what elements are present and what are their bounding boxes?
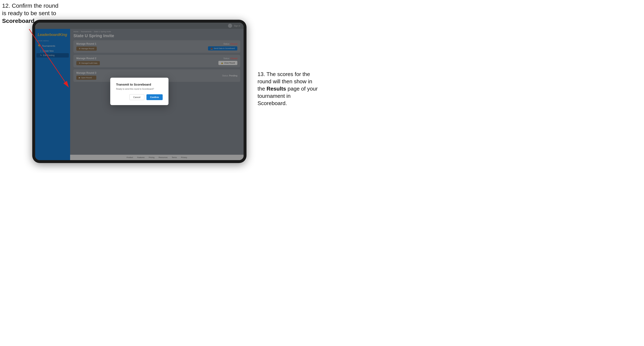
- annotation-line3-bold: Scoreboard.: [2, 18, 36, 24]
- modal-cancel-button[interactable]: Cancel: [130, 94, 144, 100]
- modal-title: Transmit to Scoreboard: [116, 83, 163, 86]
- modal-buttons: Cancel Confirm: [116, 94, 163, 100]
- main-layout: LeaderboardKing MAIN MENU 🏆 Tournaments …: [35, 29, 244, 160]
- annotation-line2: is ready to be sent to: [2, 10, 56, 16]
- tablet-screen: Sign in LeaderboardKing MAIN MENU 🏆 Tour…: [35, 23, 244, 160]
- modal-confirm-button[interactable]: Confirm: [146, 94, 163, 100]
- annotation-right-text: 13. The scores for the round will then s…: [258, 71, 318, 106]
- annotation-line1: 12. Confirm the round: [2, 2, 58, 9]
- modal-overlay: Transmit to Scoreboard Ready to send thi…: [70, 29, 244, 160]
- annotation-right: 13. The scores for the round will then s…: [258, 71, 320, 107]
- annotation-top: 12. Confirm the round is ready to be sen…: [2, 2, 58, 25]
- tablet-shell: Sign in LeaderboardKing MAIN MENU 🏆 Tour…: [32, 20, 246, 163]
- content-area: Home › Tournaments › State U Spring Invi…: [70, 29, 244, 160]
- modal-subtitle: Ready to send this round to Scoreboard?: [116, 88, 163, 90]
- modal-box: Transmit to Scoreboard Ready to send thi…: [110, 78, 168, 105]
